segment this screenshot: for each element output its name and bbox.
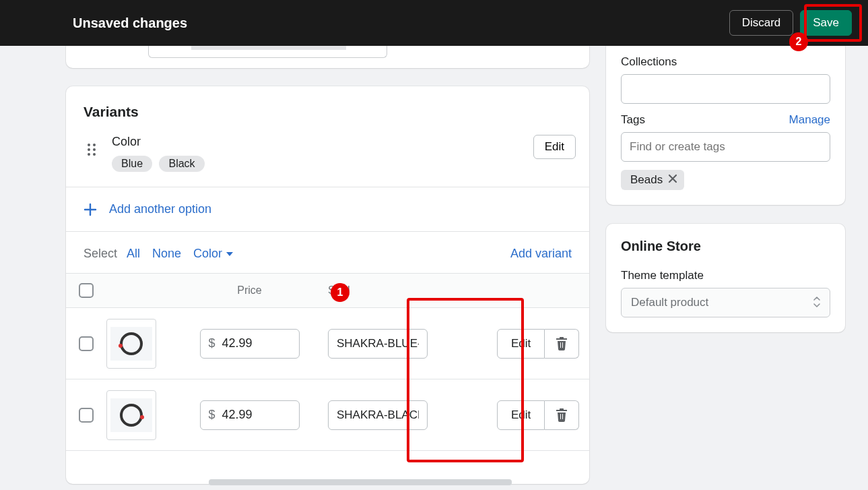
delete-variant-button[interactable] [545, 329, 579, 359]
theme-template-select[interactable]: Default product [621, 288, 830, 317]
svg-point-4 [88, 153, 90, 156]
variant-price-value[interactable] [222, 408, 291, 422]
variants-heading: Variants [66, 86, 589, 131]
tags-input[interactable] [621, 132, 830, 162]
svg-point-0 [88, 144, 90, 146]
variant-row: $ Edit [66, 379, 589, 451]
currency-symbol: $ [209, 408, 215, 422]
discard-button[interactable]: Discard [729, 10, 794, 36]
select-label: Select [84, 247, 117, 261]
sku-column-header: SKU [325, 284, 477, 297]
media-card-partial [66, 46, 589, 68]
edit-variant-button[interactable]: Edit [497, 329, 545, 359]
variant-checkbox[interactable] [79, 408, 94, 423]
add-option-label: Add another option [109, 202, 211, 216]
delete-variant-button[interactable] [545, 400, 579, 430]
tag-chip-label: Beads [630, 173, 663, 187]
horizontal-scrollbar[interactable] [209, 479, 512, 485]
close-icon [668, 174, 677, 183]
media-placeholder [191, 46, 346, 50]
tags-label: Tags [621, 113, 645, 127]
option-value-chip-black: Black [159, 156, 204, 172]
price-column-header: Price [174, 284, 325, 297]
tag-chip-beads: Beads [621, 170, 684, 190]
variants-card: Variants Color Blue Black Edit Add anoth… [66, 86, 589, 484]
svg-point-2 [88, 148, 90, 151]
currency-symbol: $ [209, 336, 215, 350]
select-color-dropdown[interactable]: Color [193, 247, 233, 261]
add-variant-link[interactable]: Add variant [510, 247, 572, 261]
select-all-link[interactable]: All [127, 247, 140, 261]
online-store-heading: Online Store [621, 239, 830, 254]
variant-row: $ Edit [66, 308, 589, 379]
tags-label-row: Tags Manage [621, 113, 830, 127]
add-option-button[interactable]: Add another option [66, 187, 589, 231]
variant-sku-input[interactable] [328, 400, 428, 430]
option-value-chip-blue: Blue [112, 156, 152, 172]
option-row-color: Color Blue Black Edit [66, 131, 589, 187]
svg-point-3 [93, 148, 96, 151]
collections-input[interactable] [621, 74, 830, 104]
variant-checkbox[interactable] [79, 336, 94, 351]
theme-template-value: Default product [631, 296, 708, 309]
variant-price-input[interactable]: $ [200, 329, 300, 359]
online-store-card: Online Store Theme template Default prod… [606, 224, 845, 332]
save-button[interactable]: Save [800, 10, 852, 36]
remove-tag-button[interactable] [668, 173, 677, 187]
edit-option-button[interactable]: Edit [533, 135, 576, 159]
option-name-label: Color [112, 135, 533, 149]
variant-price-input[interactable]: $ [200, 400, 300, 430]
topbar-title: Unsaved changes [73, 16, 187, 31]
select-caret-icon [813, 297, 820, 309]
collections-label: Collections [621, 55, 830, 69]
variants-table-header: Price SKU [66, 273, 589, 308]
topbar-actions: Discard Save [729, 10, 852, 36]
trash-icon [556, 337, 568, 350]
trash-icon [556, 408, 568, 422]
select-none-link[interactable]: None [152, 247, 181, 261]
edit-variant-button[interactable]: Edit [497, 400, 545, 430]
select-all-checkbox[interactable] [79, 283, 94, 298]
variant-price-value[interactable] [222, 336, 291, 350]
plus-icon [84, 203, 97, 216]
organization-card-partial: Collections Tags Manage Beads [606, 46, 845, 205]
svg-point-1 [93, 144, 96, 146]
drag-handle-icon[interactable] [79, 137, 104, 162]
svg-point-5 [93, 153, 96, 156]
unsaved-changes-topbar: Unsaved changes Discard Save [0, 0, 868, 46]
theme-template-label: Theme template [621, 269, 830, 282]
variant-sku-input[interactable] [328, 329, 428, 359]
variant-thumbnail[interactable] [106, 319, 156, 369]
manage-tags-link[interactable]: Manage [789, 113, 830, 127]
variant-filters-row: Select All None Color Add variant [66, 232, 589, 273]
variant-thumbnail[interactable] [106, 390, 156, 440]
